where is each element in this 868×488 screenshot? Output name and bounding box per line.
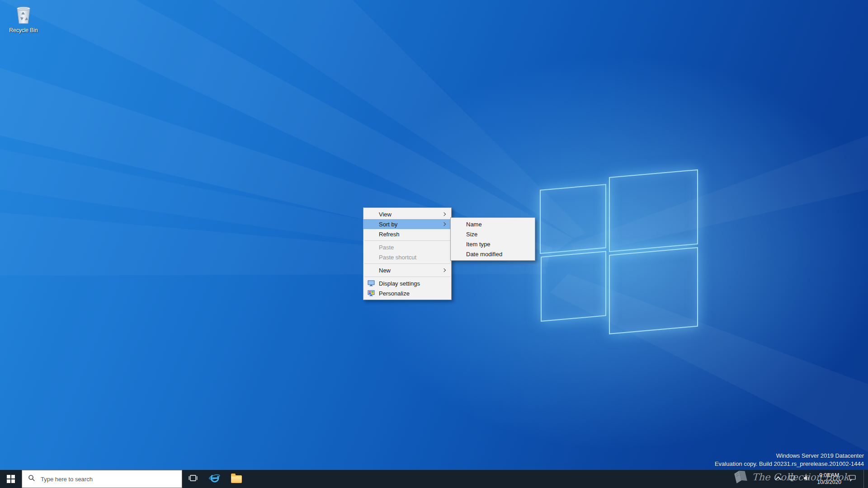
- windows-edition-watermark: Windows Server 2019 Datacenter Evaluatio…: [715, 452, 864, 468]
- show-hidden-icons-button[interactable]: [775, 476, 781, 483]
- menu-item-sort-by[interactable]: Sort by: [363, 219, 451, 229]
- clock-time: 9:08 AM: [817, 472, 841, 479]
- volume-icon[interactable]: [803, 475, 810, 483]
- menu-item-label: Item type: [466, 241, 490, 248]
- menu-item-label: Display settings: [379, 280, 420, 287]
- menu-item-label: View: [379, 211, 392, 218]
- search-icon: [28, 474, 35, 483]
- chevron-right-icon: [442, 268, 446, 272]
- desktop-context-menu: View Sort by Refresh Paste Paste shortcu…: [363, 207, 452, 300]
- menu-item-label: Refresh: [379, 231, 400, 238]
- edition-line: Windows Server 2019 Datacenter: [715, 452, 864, 460]
- menu-separator: [364, 263, 450, 264]
- menu-item-label: Sort by: [379, 221, 397, 228]
- task-view-button[interactable]: [182, 470, 204, 488]
- clock-date: 10/3/2020: [817, 479, 841, 486]
- menu-item-label: Paste: [379, 244, 394, 251]
- menu-item-paste[interactable]: Paste: [363, 242, 451, 252]
- menu-item-label: Paste shortcut: [379, 254, 416, 261]
- submenu-item-item-type[interactable]: Item type: [451, 239, 535, 249]
- submenu-item-size[interactable]: Size: [451, 229, 535, 239]
- file-explorer-button[interactable]: [226, 470, 247, 488]
- search-input[interactable]: [40, 475, 155, 483]
- wallpaper-logo-pane: [609, 169, 698, 252]
- menu-item-personalize[interactable]: Personalize: [363, 288, 451, 298]
- recycle-bin-label: Recycle Bin: [9, 27, 38, 33]
- menu-item-label: Date modified: [466, 251, 502, 258]
- recycle-bin-shortcut[interactable]: Recycle Bin: [5, 4, 42, 33]
- taskbar-clock[interactable]: 9:08 AM 10/3/2020: [817, 472, 841, 486]
- taskbar-search[interactable]: [22, 470, 182, 488]
- recycle-bin-icon: [14, 4, 33, 26]
- menu-item-label: New: [379, 267, 391, 274]
- sort-by-submenu: Name Size Item type Date modified: [450, 217, 535, 261]
- wallpaper-logo-pane: [540, 184, 606, 254]
- menu-item-label: Size: [466, 231, 477, 238]
- windows-start-icon: [7, 475, 15, 483]
- personalize-icon: [368, 290, 375, 296]
- menu-item-display-settings[interactable]: Display settings: [363, 278, 451, 288]
- task-view-icon: [188, 473, 198, 485]
- system-tray: 9:08 AM 10/3/2020: [777, 470, 868, 488]
- build-line: Evaluation copy. Build 20231.rs_prerelea…: [715, 460, 864, 468]
- menu-separator: [364, 277, 450, 277]
- start-button[interactable]: [0, 470, 22, 488]
- menu-item-label: Personalize: [379, 290, 410, 297]
- internet-explorer-icon: [209, 472, 221, 486]
- submenu-item-name[interactable]: Name: [451, 219, 535, 229]
- menu-item-new[interactable]: New: [363, 265, 451, 275]
- show-desktop-button[interactable]: [863, 470, 866, 488]
- taskbar: 9:08 AM 10/3/2020: [0, 470, 868, 488]
- menu-item-label: Name: [466, 221, 482, 228]
- display-settings-icon: [368, 280, 375, 286]
- chevron-right-icon: [442, 222, 446, 226]
- wallpaper-logo-pane: [609, 247, 698, 334]
- wallpaper-logo-pane: [541, 251, 606, 322]
- menu-item-view[interactable]: View: [363, 209, 451, 219]
- file-explorer-icon: [231, 475, 242, 483]
- menu-item-refresh[interactable]: Refresh: [363, 229, 451, 239]
- chevron-right-icon: [442, 212, 446, 216]
- menu-item-paste-shortcut[interactable]: Paste shortcut: [363, 252, 451, 262]
- internet-explorer-button[interactable]: [204, 470, 226, 488]
- submenu-item-date-modified[interactable]: Date modified: [451, 249, 535, 259]
- network-icon[interactable]: [788, 475, 796, 483]
- menu-separator: [364, 240, 450, 241]
- action-center-icon[interactable]: [849, 474, 856, 483]
